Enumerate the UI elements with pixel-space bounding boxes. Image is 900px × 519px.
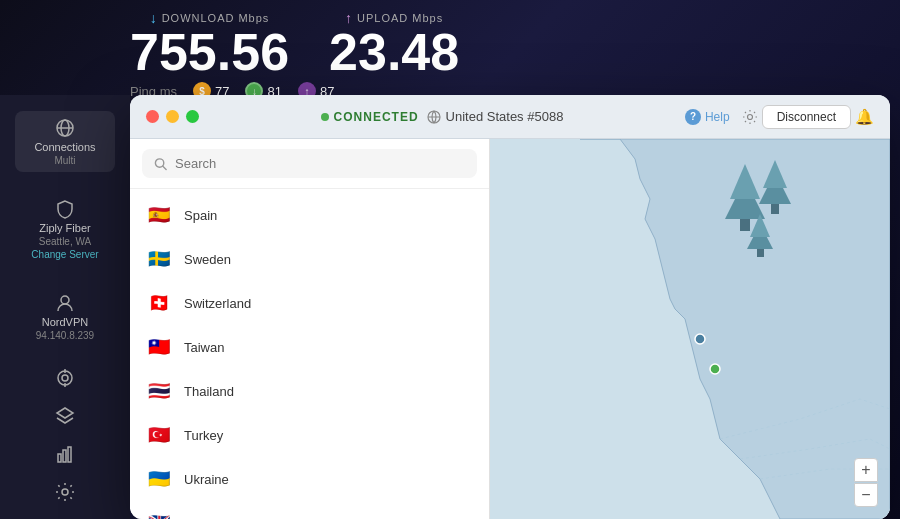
svg-rect-27 bbox=[757, 249, 764, 257]
minimize-button[interactable] bbox=[166, 110, 179, 123]
search-box bbox=[130, 139, 489, 189]
server-name-label: Ukraine bbox=[184, 472, 229, 487]
nordvpn-label: NordVPN bbox=[42, 316, 88, 328]
speed-panel: ↓ DOWNLOAD Mbps 755.56 ↑ UPLOAD Mbps 23.… bbox=[130, 10, 459, 100]
help-button[interactable]: ? Help bbox=[685, 109, 730, 125]
settings-icon[interactable] bbox=[742, 109, 758, 125]
server-name-label: Switzerland bbox=[184, 296, 251, 311]
user-icon bbox=[54, 292, 76, 314]
chart-icon[interactable] bbox=[54, 443, 76, 465]
target-icon[interactable] bbox=[54, 367, 76, 389]
server-item[interactable]: 🇸🇪 Sweden bbox=[130, 237, 489, 281]
server-item[interactable]: 🇹🇼 Taiwan bbox=[130, 325, 489, 369]
title-bar: CONNECTED United States #5088 ? Help bbox=[130, 95, 890, 139]
server-item[interactable]: 🇪🇸 Spain bbox=[130, 193, 489, 237]
server-name-label: Sweden bbox=[184, 252, 231, 267]
map-svg bbox=[490, 139, 890, 519]
upload-value: 23.48 bbox=[329, 26, 459, 78]
content-area: 🇪🇸 Spain 🇸🇪 Sweden 🇨🇭 Switzerland 🇹🇼 Tai… bbox=[130, 139, 890, 519]
svg-rect-9 bbox=[63, 450, 66, 462]
flag-icon: 🇺🇦 bbox=[146, 466, 172, 492]
server-item[interactable]: 🇹🇷 Turkey bbox=[130, 413, 489, 457]
svg-rect-10 bbox=[68, 447, 71, 462]
sidebar-item-connections[interactable]: Connections Multi bbox=[15, 111, 115, 172]
svg-rect-24 bbox=[771, 204, 779, 214]
search-icon bbox=[154, 157, 167, 171]
zoom-in-button[interactable]: + bbox=[854, 458, 878, 482]
server-name-label: United Kingdom bbox=[184, 516, 277, 520]
svg-point-3 bbox=[61, 296, 69, 304]
map-point-active bbox=[710, 364, 720, 374]
vpn-window: CONNECTED United States #5088 ? Help bbox=[130, 95, 890, 519]
server-item[interactable]: 🇺🇦 Ukraine bbox=[130, 457, 489, 501]
layers-icon[interactable] bbox=[54, 405, 76, 427]
flag-icon: 🇬🇧 bbox=[146, 510, 172, 519]
download-value: 755.56 bbox=[130, 26, 289, 78]
svg-point-5 bbox=[62, 375, 68, 381]
shield-icon bbox=[54, 198, 76, 220]
connections-label: Connections bbox=[34, 141, 95, 153]
zoom-out-button[interactable]: − bbox=[854, 483, 878, 507]
close-button[interactable] bbox=[146, 110, 159, 123]
svg-rect-21 bbox=[740, 219, 750, 231]
flag-icon: 🇪🇸 bbox=[146, 202, 172, 228]
disconnect-button[interactable]: Disconnect bbox=[762, 105, 851, 129]
svg-point-15 bbox=[747, 114, 752, 119]
server-name-label: Taiwan bbox=[184, 340, 224, 355]
ziply-label: Ziply Fiber bbox=[39, 222, 90, 234]
gear-icon[interactable] bbox=[54, 481, 76, 503]
server-list: 🇪🇸 Spain 🇸🇪 Sweden 🇨🇭 Switzerland 🇹🇼 Tai… bbox=[130, 189, 489, 519]
flag-icon: 🇹🇼 bbox=[146, 334, 172, 360]
svg-point-4 bbox=[58, 371, 72, 385]
connected-dot bbox=[321, 113, 329, 121]
server-name-label: Spain bbox=[184, 208, 217, 223]
server-item[interactable]: 🇨🇭 Switzerland bbox=[130, 281, 489, 325]
svg-rect-8 bbox=[58, 454, 61, 462]
globe-icon bbox=[427, 110, 441, 124]
flag-icon: 🇸🇪 bbox=[146, 246, 172, 272]
server-name-label: Thailand bbox=[184, 384, 234, 399]
map-point-north bbox=[695, 334, 705, 344]
server-panel: 🇪🇸 Spain 🇸🇪 Sweden 🇨🇭 Switzerland 🇹🇼 Tai… bbox=[130, 139, 490, 519]
server-name-label: Turkey bbox=[184, 428, 223, 443]
map-area: + − bbox=[490, 139, 890, 519]
flag-icon: 🇨🇭 bbox=[146, 290, 172, 316]
ziply-sublabel: Seattle, WA bbox=[39, 236, 91, 247]
search-input[interactable] bbox=[175, 156, 465, 171]
sidebar-item-ziply[interactable]: Ziply Fiber Seattle, WA Change Server bbox=[15, 192, 115, 266]
svg-point-11 bbox=[62, 489, 68, 495]
server-item[interactable]: 🇹🇭 Thailand bbox=[130, 369, 489, 413]
map-controls: + − bbox=[854, 458, 878, 507]
server-name: United States #5088 bbox=[427, 109, 564, 124]
svg-line-17 bbox=[163, 166, 166, 169]
connections-sublabel: Multi bbox=[54, 155, 75, 166]
nordvpn-sublabel: 94.140.8.239 bbox=[36, 330, 94, 341]
flag-icon: 🇹🇷 bbox=[146, 422, 172, 448]
server-item[interactable]: 🇬🇧 United Kingdom bbox=[130, 501, 489, 519]
connected-badge: CONNECTED bbox=[321, 110, 419, 124]
flag-icon: 🇹🇭 bbox=[146, 378, 172, 404]
app-sidebar: Connections Multi Ziply Fiber Seattle, W… bbox=[0, 95, 130, 519]
maximize-button[interactable] bbox=[186, 110, 199, 123]
search-input-wrap bbox=[142, 149, 477, 178]
sidebar-item-nordvpn[interactable]: NordVPN 94.140.8.239 bbox=[15, 286, 115, 347]
notification-icon[interactable]: 🔔 bbox=[855, 108, 874, 126]
change-server-link[interactable]: Change Server bbox=[31, 249, 98, 260]
traffic-lights bbox=[146, 110, 199, 123]
connections-icon bbox=[54, 117, 76, 139]
